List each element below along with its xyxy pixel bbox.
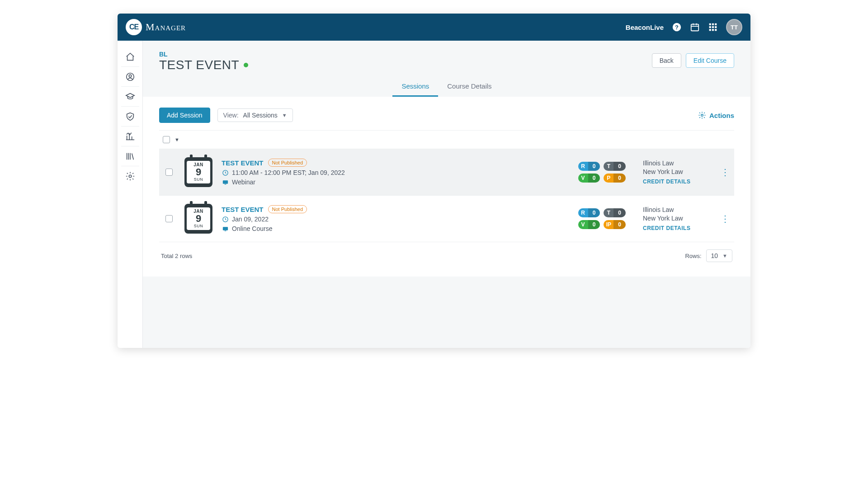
sidebar-analytics[interactable]: [121, 127, 139, 146]
head-actions: Back Edit Course: [652, 53, 734, 68]
list-footer: Total 2 rows Rows: 10 ▼: [159, 242, 734, 264]
row-menu-button[interactable]: ⋮: [720, 167, 731, 178]
page-head: BL TEST EVENT Back Edit Course: [143, 41, 750, 77]
chevron-down-icon: ▼: [722, 253, 727, 258]
add-session-button[interactable]: Add Session: [159, 108, 210, 123]
calendar-card: JAN 9 SUN: [184, 157, 212, 187]
svg-rect-14: [715, 29, 717, 31]
stat-total: T0: [604, 208, 626, 217]
page-title-text: TEST EVENT: [159, 58, 239, 72]
session-stats: R0 T0 V0 P0: [578, 162, 626, 183]
jurisdiction-item: Illinois Law: [643, 160, 711, 167]
svg-rect-24: [224, 230, 226, 231]
svg-point-16: [129, 75, 132, 77]
view-select-label: View:: [223, 112, 239, 119]
status-badge: Not Published: [268, 159, 307, 167]
jurisdiction-item: New York Law: [643, 168, 711, 175]
back-button[interactable]: Back: [652, 53, 681, 68]
session-mode: Webinar: [232, 178, 255, 186]
session-time: Jan 09, 2022: [232, 216, 269, 223]
credit-details-link[interactable]: CREDIT DETAILS: [643, 225, 711, 231]
sidebar-settings[interactable]: [121, 166, 139, 186]
svg-rect-10: [712, 26, 714, 28]
status-badge: Not Published: [268, 205, 307, 213]
stat-registered: R0: [578, 208, 600, 217]
rows-label: Rows:: [685, 253, 701, 259]
topbar: CE Manager BeaconLive ? TT: [118, 14, 750, 41]
edit-course-button[interactable]: Edit Course: [686, 53, 734, 68]
session-title[interactable]: TEST EVENT: [222, 206, 264, 213]
session-time: 11:00 AM - 12:00 PM EST; Jan 09, 2022: [232, 169, 345, 176]
page-title: TEST EVENT: [159, 58, 248, 72]
sidebar-shield[interactable]: [121, 107, 139, 127]
svg-rect-21: [224, 184, 226, 184]
view-select[interactable]: View: All Sessions ▼: [217, 108, 293, 122]
jurisdiction-item: New York Law: [643, 215, 711, 222]
actions-label: Actions: [709, 112, 734, 119]
tabs: Sessions Course Details: [143, 77, 750, 97]
tab-sessions[interactable]: Sessions: [392, 77, 438, 97]
cal-day: 9: [187, 167, 210, 177]
svg-rect-20: [222, 180, 227, 184]
logo-badge: CE: [126, 19, 142, 35]
help-icon[interactable]: ?: [672, 22, 682, 32]
mode-icon: [222, 178, 229, 186]
chevron-down-icon: ▼: [282, 113, 287, 118]
app-window: CE Manager BeaconLive ? TT: [118, 14, 750, 348]
session-mode: Online Course: [232, 225, 273, 232]
topbar-right: BeaconLive ? TT: [626, 19, 742, 35]
avatar[interactable]: TT: [726, 19, 742, 35]
svg-point-18: [701, 114, 703, 117]
tab-course-details[interactable]: Course Details: [438, 77, 500, 97]
row-checkbox[interactable]: [165, 169, 173, 176]
stat-registered: R0: [578, 162, 600, 171]
mode-icon: [222, 225, 229, 232]
stat-total: T0: [604, 162, 626, 171]
sidebar-user[interactable]: [121, 67, 139, 87]
session-title[interactable]: TEST EVENT: [222, 159, 264, 167]
session-row[interactable]: JAN 9 SUN TEST EVENT Not Published 11:00…: [159, 149, 734, 196]
stat-verified: V0: [578, 174, 600, 183]
stat-extra: IP0: [604, 220, 626, 229]
svg-rect-11: [715, 26, 717, 28]
cal-dow: SUN: [187, 177, 210, 182]
svg-rect-2: [691, 24, 699, 31]
breadcrumb[interactable]: BL: [159, 51, 248, 58]
sidebar: [118, 41, 143, 348]
cal-day: 9: [187, 214, 210, 224]
session-stats: R0 T0 V0 IP0: [578, 208, 626, 229]
total-rows-label: Total 2 rows: [161, 253, 192, 259]
gear-icon: [698, 111, 706, 119]
svg-rect-8: [715, 23, 717, 25]
calendar-card: JAN 9 SUN: [184, 204, 212, 234]
sidebar-education[interactable]: [121, 87, 139, 107]
view-select-value: All Sessions: [243, 112, 278, 119]
sidebar-home[interactable]: [121, 47, 139, 67]
select-all-checkbox[interactable]: [163, 136, 170, 143]
stat-extra: P0: [604, 174, 626, 183]
body: BL TEST EVENT Back Edit Course Sessions …: [118, 41, 750, 348]
org-label: BeaconLive: [626, 23, 664, 31]
session-row[interactable]: JAN 9 SUN TEST EVENT Not Published Jan 0…: [159, 196, 734, 242]
clock-icon: [222, 169, 229, 176]
row-menu-button[interactable]: ⋮: [720, 213, 731, 224]
rows-per-page-select[interactable]: 10 ▼: [706, 249, 732, 262]
svg-point-17: [129, 175, 132, 178]
stat-verified: V0: [578, 220, 600, 229]
svg-text:?: ?: [675, 24, 679, 31]
apps-icon[interactable]: [708, 22, 718, 32]
logo: CE Manager: [126, 19, 186, 35]
row-checkbox[interactable]: [165, 215, 173, 222]
sidebar-library[interactable]: [121, 146, 139, 166]
svg-rect-12: [709, 29, 711, 31]
actions-button[interactable]: Actions: [698, 111, 734, 119]
svg-rect-6: [709, 23, 711, 25]
logo-text: Manager: [146, 21, 186, 33]
chevron-down-icon[interactable]: ▼: [175, 137, 179, 142]
svg-rect-13: [712, 29, 714, 31]
main: BL TEST EVENT Back Edit Course Sessions …: [143, 41, 750, 348]
svg-rect-9: [709, 26, 711, 28]
list-head: ▼: [159, 130, 734, 149]
credit-details-link[interactable]: CREDIT DETAILS: [643, 178, 711, 185]
calendar-icon[interactable]: [690, 22, 700, 32]
